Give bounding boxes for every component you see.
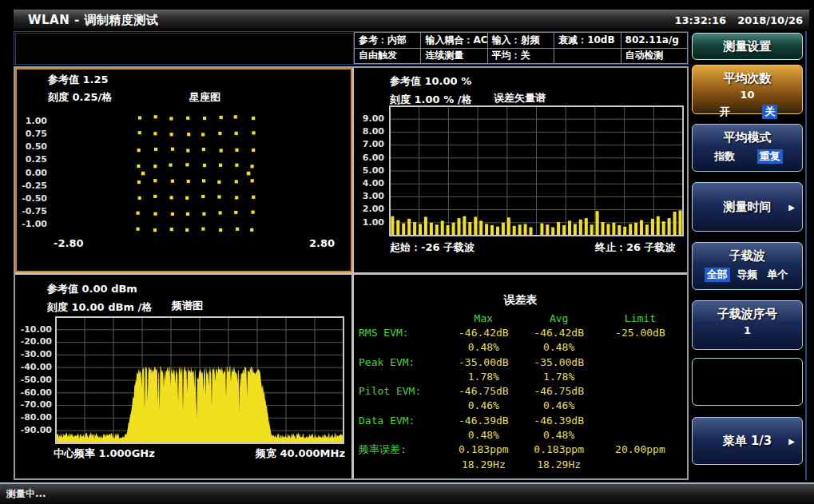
softkey-measure-setup[interactable]: 测量设置	[692, 33, 803, 60]
softkey-menu-page[interactable]: 菜单 1/3▶	[692, 417, 803, 465]
error-table-column-header: Avg	[522, 312, 597, 324]
date-text: 2018/10/26	[737, 14, 803, 26]
settings-readout: 输入：射频	[487, 33, 554, 49]
table-row: Pilot EVM:-46.75dB-46.75dB	[359, 383, 684, 398]
page-title: WLAN - 调制精度测试	[28, 13, 158, 28]
quadrant-divider-horizontal	[15, 272, 687, 275]
table-row: RMS EVM:-46.42dB-46.42dB-25.00dB	[359, 325, 684, 339]
softkey-label: 平均模式	[693, 130, 802, 145]
softkey-option[interactable]: 导频	[734, 268, 760, 282]
error-table-cell: 0.48%	[522, 429, 597, 441]
error-table-cell: 0.46%	[522, 399, 597, 411]
error-table-cell: 0.183ppm	[446, 443, 521, 455]
settings-table: 参考：内部输入耦合：AC输入：射频衰减：10dB802.11a/g自由触发连续测…	[354, 32, 688, 64]
clock: 13:32:162018/10/26	[663, 14, 803, 26]
error-table-row-label: Peak EVM:	[359, 356, 446, 368]
evm-spectrum-panel[interactable]: 参考值 10.00 % 刻度 1.00 % /格 误差矢量谱 9.008.007…	[354, 68, 687, 272]
softkey-label: 测量设置	[724, 39, 772, 54]
softkey-option[interactable]: 重复	[757, 149, 783, 164]
error-table-cell: -46.39dB	[446, 415, 521, 427]
error-table-cell: -25.00dB	[597, 327, 684, 339]
error-table-title: 误差表	[354, 293, 687, 308]
spectrum-panel[interactable]: 参考值 0.00 dBm 刻度 10.00 dBm /格 频谱图 -10.00-…	[15, 276, 351, 478]
error-table-cell: 18.29Hz	[522, 458, 597, 470]
table-row: 频率误差:0.183ppm0.183ppm20.00ppm	[359, 442, 684, 457]
title-bar: WLAN - 调制精度测试 13:32:162018/10/26	[14, 10, 809, 30]
table-row: Data EVM:-46.39dB-46.39dB	[359, 413, 684, 427]
right-edge-line	[805, 31, 807, 480]
softkey-label: 菜单 1/3	[723, 434, 772, 449]
spectrum-center-freq: 中心频率 1.000GHz	[54, 446, 155, 461]
settings-grid: 参考：内部输入耦合：AC输入：射频衰减：10dB802.11a/g自由触发连续测…	[354, 32, 688, 64]
error-table-column-header: Limit	[597, 312, 684, 324]
error-table-cell: 1.78%	[522, 371, 597, 383]
softkey-label: 平均次数	[693, 71, 802, 86]
settings-readout: 连续测量	[421, 48, 487, 64]
settings-readout: 802.11a/g	[621, 33, 687, 49]
settings-readout	[554, 48, 621, 64]
error-table-cell: 1.78%	[446, 371, 521, 383]
evs-x-end: 终止：26 子载波	[595, 240, 676, 255]
error-table-cell: 0.48%	[446, 429, 521, 441]
error-table-column-header: Max	[446, 312, 521, 324]
error-table: MaxAvgLimitRMS EVM:-46.42dB-46.42dB-25.0…	[359, 311, 684, 471]
error-table-cell: 20.00ppm	[597, 443, 684, 455]
softkey-subcarrier[interactable]: 子载波全部导频单个	[692, 242, 803, 290]
softkey-option[interactable]: 关	[762, 105, 777, 119]
error-table-cell: -46.42dB	[522, 327, 597, 339]
submenu-arrow-icon: ▶	[788, 203, 795, 212]
softkey-value: 10	[693, 89, 802, 101]
error-table-cell: 0.48%	[522, 341, 597, 353]
softkey-option[interactable]: 全部	[705, 268, 730, 282]
time-text: 13:32:16	[674, 14, 726, 26]
error-table-cell: -46.39dB	[522, 415, 597, 427]
table-row: 0.48%0.48%	[359, 427, 684, 442]
softkey-avg-count[interactable]: 平均次数10开关	[692, 65, 803, 114]
settings-readout: 输入耦合：AC	[421, 33, 487, 49]
evs-x-start: 起始：-26 子载波	[390, 240, 475, 255]
softkey-option[interactable]: 指数	[712, 149, 737, 164]
settings-readout: 衰减：10dB	[554, 33, 621, 49]
softkey-blank	[692, 358, 803, 406]
settings-readout: 平均：关	[487, 48, 554, 64]
instrument-screen: WLAN - 调制精度测试 13:32:162018/10/26 参考：内部输入…	[0, 0, 814, 504]
error-table-row-label: RMS EVM:	[359, 327, 446, 339]
spectrum-span: 频宽 40.000MHz	[256, 446, 345, 461]
softkey-meas-time[interactable]: 测量时间▶	[692, 182, 803, 232]
settings-readout: 自由触发	[355, 48, 421, 64]
constellation-x-min: -2.80	[54, 237, 83, 249]
error-table-row-label: Data EVM:	[359, 415, 446, 427]
error-table-cell: 0.46%	[446, 399, 521, 411]
softkey-label: 子载波序号	[693, 307, 802, 322]
table-row: 1.78%1.78%	[359, 369, 684, 383]
error-table-cell: -35.00dB	[446, 356, 521, 368]
error-table-cell: 18.29Hz	[446, 458, 521, 470]
softkey-label: 测量时间	[724, 200, 772, 215]
softkey-subcarrier-index[interactable]: 子载波序号1	[692, 300, 803, 350]
softkey-label: 子载波	[693, 248, 802, 264]
error-table-cell: 0.183ppm	[522, 443, 597, 455]
constellation-x-max: 2.80	[309, 237, 335, 249]
error-table-row-label: 频率误差:	[359, 442, 446, 457]
table-row: Peak EVM:-35.00dB-35.00dB	[359, 355, 684, 369]
table-row: 0.46%0.46%	[359, 399, 684, 413]
settings-readout: 参考：内部	[355, 33, 421, 49]
status-bar: 测量中...	[0, 482, 814, 504]
error-table-cell: -46.75dB	[522, 385, 597, 397]
submenu-arrow-icon: ▶	[788, 437, 795, 446]
softkey-option[interactable]: 开	[717, 105, 733, 119]
status-text: 测量中...	[6, 487, 46, 501]
settings-empty-box	[15, 33, 354, 65]
settings-readout: 自动检测	[621, 48, 687, 64]
error-table-panel[interactable]: 误差表 MaxAvgLimitRMS EVM:-46.42dB-46.42dB-…	[354, 276, 687, 478]
error-table-cell: -46.75dB	[446, 385, 521, 397]
error-table-cell: -35.00dB	[522, 356, 597, 368]
softkey-avg-mode[interactable]: 平均模式指数重复	[692, 124, 803, 172]
settings-band: 参考：内部输入耦合：AC输入：射频衰减：10dB802.11a/g自由触发连续测…	[14, 31, 689, 65]
table-row: 18.29Hz18.29Hz	[359, 457, 684, 471]
softkey-option[interactable]: 单个	[764, 268, 790, 282]
constellation-panel[interactable]: 参考值 1.25 刻度 0.25/格 星座图 1.000.750.500.250…	[15, 68, 352, 272]
error-table-row-label: Pilot EVM:	[359, 385, 446, 397]
error-table-cell: 0.48%	[446, 341, 521, 353]
softkey-value: 1	[693, 324, 802, 336]
